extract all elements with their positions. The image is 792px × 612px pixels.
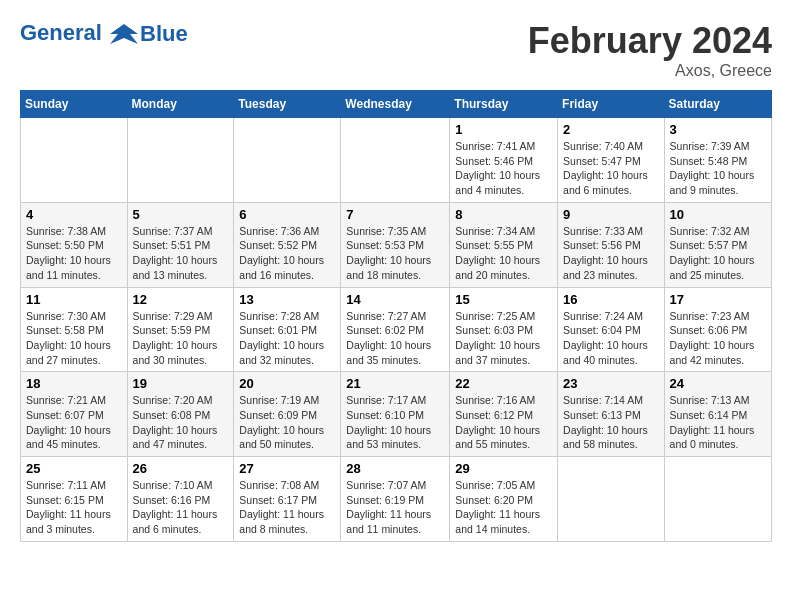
day-number: 29 <box>455 461 552 476</box>
day-info: Sunrise: 7:13 AM Sunset: 6:14 PM Dayligh… <box>670 393 766 452</box>
calendar-day-2: 2Sunrise: 7:40 AM Sunset: 5:47 PM Daylig… <box>558 118 665 203</box>
day-info: Sunrise: 7:32 AM Sunset: 5:57 PM Dayligh… <box>670 224 766 283</box>
day-number: 4 <box>26 207 122 222</box>
calendar-day-5: 5Sunrise: 7:37 AM Sunset: 5:51 PM Daylig… <box>127 202 234 287</box>
logo-text-blue: Blue <box>140 21 188 47</box>
day-number: 27 <box>239 461 335 476</box>
day-info: Sunrise: 7:14 AM Sunset: 6:13 PM Dayligh… <box>563 393 659 452</box>
day-number: 26 <box>133 461 229 476</box>
calendar-day-27: 27Sunrise: 7:08 AM Sunset: 6:17 PM Dayli… <box>234 457 341 542</box>
title-area: February 2024 Axos, Greece <box>528 20 772 80</box>
day-info: Sunrise: 7:07 AM Sunset: 6:19 PM Dayligh… <box>346 478 444 537</box>
calendar-day-16: 16Sunrise: 7:24 AM Sunset: 6:04 PM Dayli… <box>558 287 665 372</box>
day-number: 21 <box>346 376 444 391</box>
day-info: Sunrise: 7:33 AM Sunset: 5:56 PM Dayligh… <box>563 224 659 283</box>
calendar-day-17: 17Sunrise: 7:23 AM Sunset: 6:06 PM Dayli… <box>664 287 771 372</box>
calendar-day-13: 13Sunrise: 7:28 AM Sunset: 6:01 PM Dayli… <box>234 287 341 372</box>
calendar-day-8: 8Sunrise: 7:34 AM Sunset: 5:55 PM Daylig… <box>450 202 558 287</box>
day-info: Sunrise: 7:30 AM Sunset: 5:58 PM Dayligh… <box>26 309 122 368</box>
calendar-week-row: 1Sunrise: 7:41 AM Sunset: 5:46 PM Daylig… <box>21 118 772 203</box>
calendar-week-row: 25Sunrise: 7:11 AM Sunset: 6:15 PM Dayli… <box>21 457 772 542</box>
day-info: Sunrise: 7:37 AM Sunset: 5:51 PM Dayligh… <box>133 224 229 283</box>
day-number: 22 <box>455 376 552 391</box>
day-info: Sunrise: 7:08 AM Sunset: 6:17 PM Dayligh… <box>239 478 335 537</box>
day-info: Sunrise: 7:17 AM Sunset: 6:10 PM Dayligh… <box>346 393 444 452</box>
calendar-day-14: 14Sunrise: 7:27 AM Sunset: 6:02 PM Dayli… <box>341 287 450 372</box>
day-number: 23 <box>563 376 659 391</box>
day-info: Sunrise: 7:11 AM Sunset: 6:15 PM Dayligh… <box>26 478 122 537</box>
calendar-day-20: 20Sunrise: 7:19 AM Sunset: 6:09 PM Dayli… <box>234 372 341 457</box>
calendar-day-26: 26Sunrise: 7:10 AM Sunset: 6:16 PM Dayli… <box>127 457 234 542</box>
day-info: Sunrise: 7:38 AM Sunset: 5:50 PM Dayligh… <box>26 224 122 283</box>
day-info: Sunrise: 7:34 AM Sunset: 5:55 PM Dayligh… <box>455 224 552 283</box>
calendar-day-11: 11Sunrise: 7:30 AM Sunset: 5:58 PM Dayli… <box>21 287 128 372</box>
logo: General Blue <box>20 20 188 48</box>
day-info: Sunrise: 7:29 AM Sunset: 5:59 PM Dayligh… <box>133 309 229 368</box>
day-number: 2 <box>563 122 659 137</box>
weekday-header-sunday: Sunday <box>21 91 128 118</box>
weekday-header-thursday: Thursday <box>450 91 558 118</box>
calendar-day-28: 28Sunrise: 7:07 AM Sunset: 6:19 PM Dayli… <box>341 457 450 542</box>
calendar-day-7: 7Sunrise: 7:35 AM Sunset: 5:53 PM Daylig… <box>341 202 450 287</box>
calendar-day-3: 3Sunrise: 7:39 AM Sunset: 5:48 PM Daylig… <box>664 118 771 203</box>
calendar-day-23: 23Sunrise: 7:14 AM Sunset: 6:13 PM Dayli… <box>558 372 665 457</box>
calendar-empty-cell <box>127 118 234 203</box>
logo-bird-icon <box>110 20 138 48</box>
day-info: Sunrise: 7:21 AM Sunset: 6:07 PM Dayligh… <box>26 393 122 452</box>
calendar-day-10: 10Sunrise: 7:32 AM Sunset: 5:57 PM Dayli… <box>664 202 771 287</box>
day-number: 18 <box>26 376 122 391</box>
day-number: 11 <box>26 292 122 307</box>
day-number: 5 <box>133 207 229 222</box>
day-info: Sunrise: 7:39 AM Sunset: 5:48 PM Dayligh… <box>670 139 766 198</box>
day-number: 7 <box>346 207 444 222</box>
day-info: Sunrise: 7:27 AM Sunset: 6:02 PM Dayligh… <box>346 309 444 368</box>
day-number: 15 <box>455 292 552 307</box>
day-info: Sunrise: 7:25 AM Sunset: 6:03 PM Dayligh… <box>455 309 552 368</box>
calendar-week-row: 11Sunrise: 7:30 AM Sunset: 5:58 PM Dayli… <box>21 287 772 372</box>
day-info: Sunrise: 7:40 AM Sunset: 5:47 PM Dayligh… <box>563 139 659 198</box>
weekday-header-monday: Monday <box>127 91 234 118</box>
day-info: Sunrise: 7:24 AM Sunset: 6:04 PM Dayligh… <box>563 309 659 368</box>
calendar-day-19: 19Sunrise: 7:20 AM Sunset: 6:08 PM Dayli… <box>127 372 234 457</box>
calendar-day-12: 12Sunrise: 7:29 AM Sunset: 5:59 PM Dayli… <box>127 287 234 372</box>
calendar-week-row: 18Sunrise: 7:21 AM Sunset: 6:07 PM Dayli… <box>21 372 772 457</box>
weekday-header-tuesday: Tuesday <box>234 91 341 118</box>
weekday-header-friday: Friday <box>558 91 665 118</box>
day-number: 25 <box>26 461 122 476</box>
day-info: Sunrise: 7:16 AM Sunset: 6:12 PM Dayligh… <box>455 393 552 452</box>
calendar-day-9: 9Sunrise: 7:33 AM Sunset: 5:56 PM Daylig… <box>558 202 665 287</box>
calendar-day-15: 15Sunrise: 7:25 AM Sunset: 6:03 PM Dayli… <box>450 287 558 372</box>
calendar-day-25: 25Sunrise: 7:11 AM Sunset: 6:15 PM Dayli… <box>21 457 128 542</box>
day-number: 6 <box>239 207 335 222</box>
weekday-header-wednesday: Wednesday <box>341 91 450 118</box>
day-number: 28 <box>346 461 444 476</box>
calendar-day-24: 24Sunrise: 7:13 AM Sunset: 6:14 PM Dayli… <box>664 372 771 457</box>
calendar-day-21: 21Sunrise: 7:17 AM Sunset: 6:10 PM Dayli… <box>341 372 450 457</box>
svg-marker-0 <box>110 24 138 44</box>
day-info: Sunrise: 7:28 AM Sunset: 6:01 PM Dayligh… <box>239 309 335 368</box>
month-title: February 2024 <box>528 20 772 62</box>
page-header: General Blue February 2024 Axos, Greece <box>20 20 772 80</box>
logo-text-general: General <box>20 20 102 45</box>
day-info: Sunrise: 7:05 AM Sunset: 6:20 PM Dayligh… <box>455 478 552 537</box>
day-info: Sunrise: 7:19 AM Sunset: 6:09 PM Dayligh… <box>239 393 335 452</box>
day-number: 3 <box>670 122 766 137</box>
day-number: 14 <box>346 292 444 307</box>
day-number: 16 <box>563 292 659 307</box>
day-info: Sunrise: 7:35 AM Sunset: 5:53 PM Dayligh… <box>346 224 444 283</box>
day-info: Sunrise: 7:10 AM Sunset: 6:16 PM Dayligh… <box>133 478 229 537</box>
calendar-empty-cell <box>664 457 771 542</box>
calendar-empty-cell <box>21 118 128 203</box>
day-number: 1 <box>455 122 552 137</box>
calendar-day-18: 18Sunrise: 7:21 AM Sunset: 6:07 PM Dayli… <box>21 372 128 457</box>
calendar-empty-cell <box>558 457 665 542</box>
calendar-day-29: 29Sunrise: 7:05 AM Sunset: 6:20 PM Dayli… <box>450 457 558 542</box>
day-info: Sunrise: 7:20 AM Sunset: 6:08 PM Dayligh… <box>133 393 229 452</box>
day-number: 17 <box>670 292 766 307</box>
day-number: 9 <box>563 207 659 222</box>
calendar-day-6: 6Sunrise: 7:36 AM Sunset: 5:52 PM Daylig… <box>234 202 341 287</box>
calendar-day-1: 1Sunrise: 7:41 AM Sunset: 5:46 PM Daylig… <box>450 118 558 203</box>
calendar-empty-cell <box>234 118 341 203</box>
day-number: 8 <box>455 207 552 222</box>
calendar-header-row: SundayMondayTuesdayWednesdayThursdayFrid… <box>21 91 772 118</box>
